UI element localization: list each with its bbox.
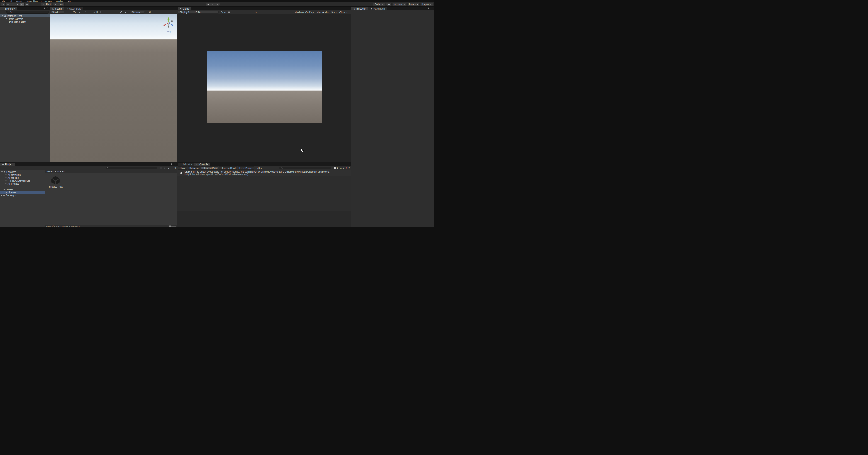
hierarchy-scene-row[interactable]: Instance_Test [0, 14, 50, 17]
hierarchy-item-main-camera[interactable]: Main Camera [0, 17, 50, 20]
console-search-input[interactable] [279, 167, 331, 169]
local-toggle-button[interactable]: Local [53, 3, 65, 6]
collapse-triangle-icon[interactable] [1, 189, 3, 190]
breadcrumb-scenes[interactable]: Scenes [57, 170, 65, 173]
scenes-folder-row[interactable]: Scenes [0, 191, 45, 194]
lock-icon[interactable] [43, 7, 45, 9]
hand-tool-button[interactable] [1, 3, 6, 6]
tab-project[interactable]: Project [0, 163, 15, 166]
collab-button[interactable]: Collab [373, 3, 385, 6]
project-search-input[interactable] [106, 167, 157, 169]
tab-game[interactable]: Game [178, 7, 191, 10]
scene-options-icon[interactable] [47, 15, 49, 17]
pause-button[interactable] [210, 3, 215, 6]
error-pause-button[interactable]: Error Pause [238, 166, 254, 170]
scale-slider[interactable] [228, 12, 253, 12]
rotate-tool-button[interactable] [10, 3, 15, 6]
search-icon[interactable] [143, 11, 145, 13]
pivot-toggle-button[interactable]: Pivot [41, 3, 52, 6]
menu-window[interactable]: Window [56, 0, 63, 2]
stats-button[interactable]: Stats [331, 11, 337, 13]
camera-settings-icon[interactable] [125, 11, 127, 13]
kebab-menu-icon[interactable] [47, 7, 49, 9]
project-create-button[interactable] [1, 167, 5, 169]
transform-tool-button[interactable] [25, 3, 29, 6]
menu-help[interactable]: Help [67, 0, 71, 2]
packages-folder-row[interactable]: Packages [0, 194, 45, 197]
menu-file[interactable]: File [2, 0, 5, 2]
account-button[interactable]: Account [393, 3, 406, 6]
kebab-menu-icon[interactable] [174, 163, 176, 165]
project-items-grid[interactable]: Instance_Test [45, 173, 177, 225]
chevron-down-icon[interactable] [104, 12, 105, 12]
layers-button[interactable]: Layers [407, 3, 420, 6]
error-count-toggle[interactable]: 0 [345, 167, 350, 169]
lock-icon[interactable] [428, 7, 430, 9]
orientation-gizmo[interactable] [161, 16, 176, 30]
search-by-label-icon[interactable] [163, 167, 166, 169]
hierarchy-item-directional-light[interactable]: Directional Light [0, 20, 50, 23]
scene-audio-toggle-icon[interactable] [79, 11, 81, 13]
chevron-down-icon[interactable] [128, 12, 129, 12]
warning-count-toggle[interactable]: 0 [340, 167, 344, 169]
save-search-icon[interactable] [167, 167, 169, 169]
tab-animator[interactable]: Animator [178, 163, 194, 166]
menu-component[interactable]: Component [41, 0, 52, 2]
step-button[interactable] [215, 3, 220, 6]
tab-asset-store[interactable]: Asset Store [64, 7, 84, 10]
favorites-group-row[interactable]: Favorites [0, 170, 45, 173]
collapse-triangle-icon[interactable] [2, 16, 3, 16]
game-gizmos-dropdown[interactable]: Gizmos [339, 11, 350, 13]
move-tool-button[interactable] [6, 3, 10, 6]
favorite-all-models-row[interactable]: All Models [0, 176, 45, 179]
scene-effects-icon[interactable] [84, 11, 86, 13]
scale-slider-knob[interactable] [228, 11, 230, 13]
game-viewport[interactable] [177, 14, 351, 162]
assets-folder-row[interactable]: Assets [0, 188, 45, 191]
favorite-terrainautoupgrade-row[interactable]: _TerrainAutoUpgrade [0, 179, 45, 182]
tab-inspector[interactable]: Inspector [351, 7, 368, 10]
clear-on-build-button[interactable]: Clear on Build [219, 166, 237, 170]
scale-tool-button[interactable] [15, 3, 20, 6]
editor-target-dropdown[interactable]: Editor [256, 167, 264, 169]
mute-audio-button[interactable]: Mute Audio [316, 11, 329, 13]
console-log-entry[interactable]: [15:56:53] The editor layout could not b… [177, 170, 351, 176]
tab-scene[interactable]: Scene [50, 7, 64, 10]
shading-mode-dropdown[interactable]: Shaded [51, 11, 64, 13]
thumbnail-zoom-slider[interactable] [169, 226, 176, 227]
menu-assets[interactable]: Assets [16, 0, 23, 2]
grid-settings-icon[interactable] [100, 11, 103, 13]
tab-navigation[interactable]: Navigation [369, 7, 387, 10]
menu-gameobject[interactable]: GameObject [26, 0, 38, 2]
kebab-menu-icon[interactable] [348, 163, 350, 165]
hidden-packages-icon[interactable] [171, 167, 173, 169]
favorite-all-prefabs-row[interactable]: All Prefabs [0, 182, 45, 185]
zoom-slider-knob[interactable] [169, 225, 171, 227]
menu-edit[interactable]: Edit [9, 0, 12, 2]
info-count-toggle[interactable]: 1 [334, 167, 338, 169]
lock-icon[interactable] [171, 163, 173, 165]
hierarchy-search-input[interactable]: All [6, 11, 49, 13]
scene-gizmos-dropdown[interactable]: Gizmos [131, 11, 144, 13]
cloud-services-button[interactable] [386, 3, 392, 6]
hierarchy-create-button[interactable] [1, 11, 5, 13]
scene-visibility-icon[interactable] [93, 11, 95, 13]
chevron-down-icon[interactable] [146, 12, 148, 12]
tab-hierarchy[interactable]: Hierarchy [0, 7, 18, 10]
editor-tools-icon[interactable] [120, 11, 122, 13]
rect-tool-button[interactable] [20, 3, 25, 6]
collapse-triangle-icon[interactable] [1, 171, 3, 172]
kebab-menu-icon[interactable] [348, 7, 350, 9]
kebab-menu-icon[interactable] [431, 7, 433, 9]
chevron-down-icon[interactable] [87, 12, 88, 12]
tab-console[interactable]: Console [194, 163, 210, 166]
projection-mode-label[interactable]: Persp [162, 30, 175, 33]
asset-item-instance-test[interactable]: Instance_Test [48, 175, 63, 188]
layout-button[interactable]: Layout [421, 3, 433, 6]
favorite-all-materials-row[interactable]: All Materials [0, 173, 45, 176]
breadcrumb-assets[interactable]: Assets [46, 170, 54, 173]
collapse-button[interactable]: Collapse [188, 166, 200, 170]
clear-on-play-button[interactable]: Clear on Play [201, 166, 218, 170]
scene-viewport[interactable]: Persp [50, 14, 177, 162]
maximize-on-play-button[interactable]: Maximize On Play [294, 11, 314, 13]
